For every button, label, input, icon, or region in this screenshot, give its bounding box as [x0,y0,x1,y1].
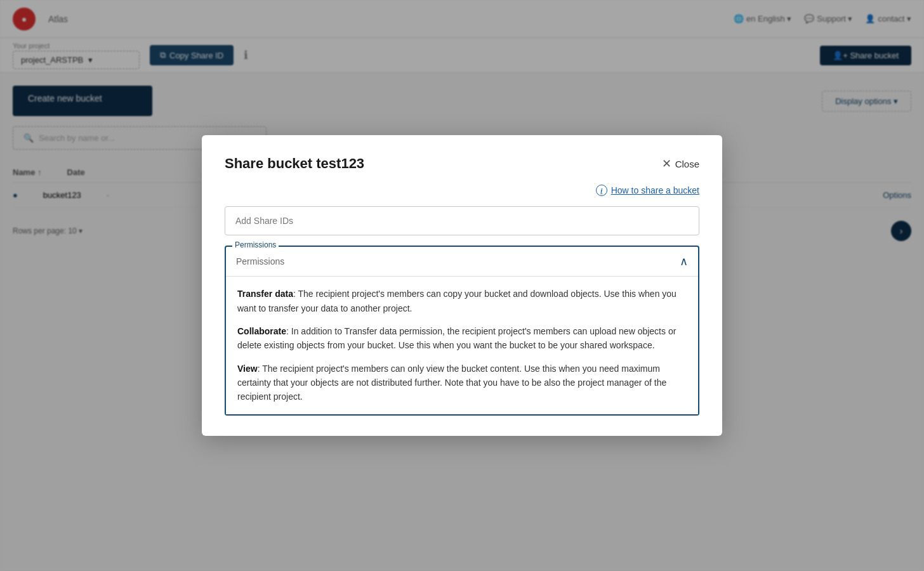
permissions-dropdown-container: Permissions Permissions ∧ Transfer data:… [225,246,699,416]
permissions-field-label: Permissions [232,240,279,249]
close-x-icon: ✕ [662,157,671,171]
modal-header: Share bucket test123 ✕ Close [225,155,699,172]
permission-transfer-data[interactable]: Transfer data: The recipient project's m… [237,287,687,315]
permission-view[interactable]: View: The recipient project's members ca… [237,362,687,404]
perm-view-name: View [237,364,258,374]
close-button[interactable]: ✕ Close [662,157,699,171]
perm-transfer-desc: The recipient project's members can copy… [237,289,676,313]
modal-title: Share bucket test123 [225,155,364,172]
permission-collaborate[interactable]: Collaborate: In addition to Transfer dat… [237,324,687,353]
share-bucket-modal: Share bucket test123 ✕ Close i How to sh… [202,135,722,436]
perm-collaborate-name: Collaborate [237,326,286,336]
perm-view-desc: The recipient project's members can only… [237,364,666,402]
help-link-label: How to share a bucket [611,185,699,195]
chevron-up-icon: ∧ [680,254,688,268]
permissions-dropdown-menu: Transfer data: The recipient project's m… [226,276,698,414]
help-link[interactable]: i How to share a bucket [225,185,699,196]
permissions-select-row[interactable]: Permissions ∧ [226,247,698,276]
perm-collaborate-desc: In addition to Transfer data permission,… [237,326,676,350]
share-ids-input[interactable] [225,206,699,235]
close-label: Close [675,159,699,169]
info-circle-icon: i [596,185,607,196]
modal-overlay: Share bucket test123 ✕ Close i How to sh… [0,0,924,571]
perm-collaborate-sep: : [286,326,291,336]
perm-transfer-name: Transfer data [237,289,293,299]
permissions-placeholder-text: Permissions [236,256,284,266]
